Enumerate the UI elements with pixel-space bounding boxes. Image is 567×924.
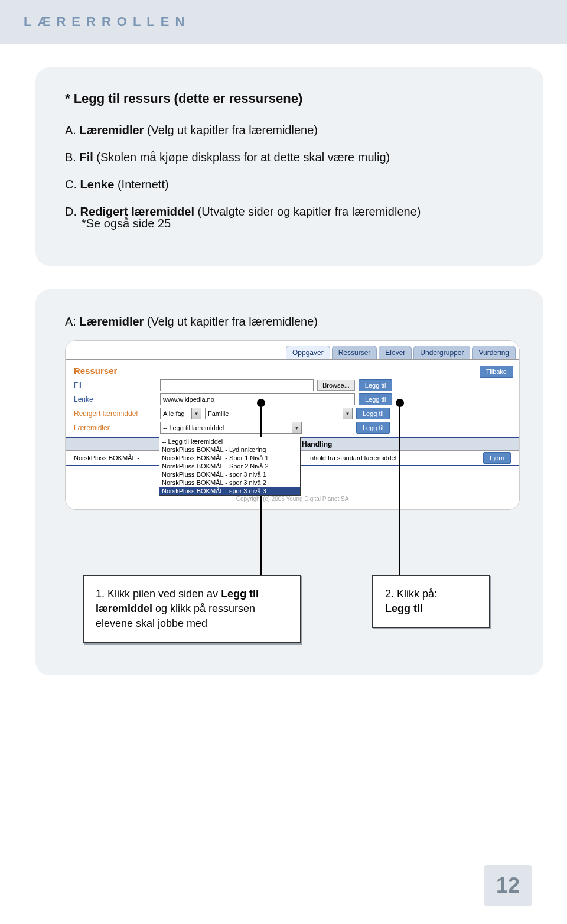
- lenke-leggtil-button[interactable]: Legg til: [359, 393, 392, 405]
- tab-undergrupper[interactable]: Undergrupper: [413, 346, 470, 359]
- label-lenke: Lenke: [74, 395, 157, 404]
- chevron-down-icon: ▼: [292, 422, 301, 433]
- dropdown-option[interactable]: NorskPluss BOKMÅL - spor 3 nivå 2: [159, 479, 300, 487]
- item-c: C. Lenke (Internett): [65, 176, 520, 193]
- label-fil: Fil: [74, 381, 157, 389]
- dropdown-option[interactable]: NorskPluss BOKMÅL - Spor 1 Nivå 1: [159, 454, 300, 462]
- dropdown-option[interactable]: NorskPluss BOKMÅL - spor 3 nivå 1: [159, 470, 300, 479]
- laeremidler-leggtil-button[interactable]: Legg til: [356, 422, 390, 434]
- callout-2: 2. Klikk på: Legg til: [372, 575, 490, 628]
- chevron-down-icon: ▼: [343, 408, 352, 419]
- callout-line: [399, 404, 400, 575]
- callout-1: 1. Klikk pilen ved siden av Legg til lær…: [83, 575, 301, 643]
- row-name: NorskPluss BOKMÅL -: [74, 454, 157, 461]
- row-redigert: Redigert læremiddel Alle fag ▼ Familie ▼…: [66, 406, 519, 421]
- fil-leggtil-button[interactable]: Legg til: [359, 379, 392, 391]
- app-screenshot: Oppgaver Ressurser Elever Undergrupper V…: [65, 340, 520, 510]
- chevron-down-icon: ▼: [191, 408, 201, 419]
- row-laeremidler: Læremidler -- Legg til læremiddel ▼ Legg…: [66, 421, 519, 437]
- dropdown-option[interactable]: -- Legg til læremiddel: [159, 437, 300, 445]
- redigert-leggtil-button[interactable]: Legg til: [356, 408, 390, 419]
- laeremidler-select[interactable]: -- Legg til læremiddel ▼: [160, 422, 302, 434]
- dropdown-option[interactable]: NorskPluss BOKMÅL - Spor 2 Nivå 2: [159, 462, 300, 470]
- dropdown-list[interactable]: -- Legg til læremiddel NorskPluss BOKMÅL…: [159, 437, 301, 496]
- section-a-box: A: Læremidler (Velg ut kapitler fra lære…: [35, 289, 543, 675]
- tilbake-button[interactable]: Tilbake: [480, 366, 513, 378]
- redigert-select1[interactable]: Alle fag ▼: [160, 408, 201, 419]
- item-a: A. Læremidler (Velg ut kapitler fra lære…: [65, 122, 520, 138]
- row-lenke: Lenke Legg til: [66, 392, 519, 406]
- label-laeremidler: Læremidler: [74, 424, 157, 432]
- page-number: 12: [484, 865, 532, 906]
- label-redigert: Redigert læremiddel: [74, 409, 157, 418]
- row-fil: Fil Browse... Legg til: [66, 378, 519, 392]
- section-a-title: A: Læremidler (Velg ut kapitler fra lære…: [65, 313, 520, 330]
- tab-elever[interactable]: Elever: [379, 346, 412, 359]
- fil-input[interactable]: [160, 379, 314, 391]
- tabs-row: Oppgaver Ressurser Elever Undergrupper V…: [66, 341, 519, 360]
- tab-oppgaver[interactable]: Oppgaver: [286, 346, 330, 359]
- fjern-button[interactable]: Fjern: [483, 452, 511, 464]
- dropdown-option[interactable]: NorskPluss BOKMÅL - Lydinnlæring: [159, 445, 300, 454]
- item-b: B. Fil (Skolen må kjøpe diskplass for at…: [65, 149, 520, 165]
- intro-title: * Legg til ressurs (dette er ressursene): [65, 91, 520, 106]
- browse-button[interactable]: Browse...: [317, 380, 355, 391]
- intro-box: * Legg til ressurs (dette er ressursene)…: [35, 67, 543, 266]
- ressurser-heading: Ressurser: [66, 360, 519, 378]
- callout-area: 1. Klikk pilen ved siden av Legg til lær…: [65, 510, 520, 675]
- dropdown-option-selected[interactable]: NorskPluss BOKMÅL - spor 3 nivå 3: [159, 487, 300, 495]
- tab-ressurser[interactable]: Ressurser: [332, 346, 377, 359]
- tab-vurdering[interactable]: Vurdering: [472, 346, 516, 359]
- page-header: LÆRERROLLEN: [0, 0, 567, 44]
- redigert-select2[interactable]: Familie ▼: [205, 408, 353, 419]
